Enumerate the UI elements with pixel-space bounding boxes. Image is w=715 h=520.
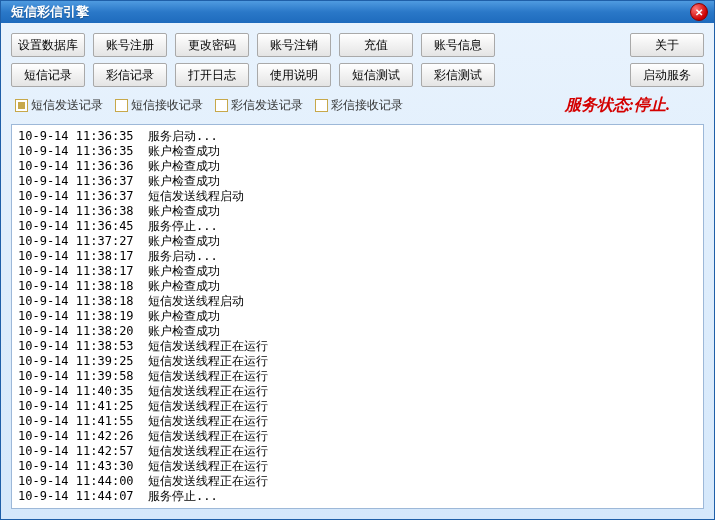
log-timestamp: 10-9-14 11:37:27 bbox=[18, 234, 134, 249]
log-line: 10-9-14 11:38:17 账户检查成功 bbox=[18, 264, 697, 279]
content-area: 设置数据库账号注册更改密码账号注销充值账号信息关于 短信记录彩信记录打开日志使用… bbox=[1, 23, 714, 519]
log-timestamp: 10-9-14 11:36:35 bbox=[18, 129, 134, 144]
log-line: 10-9-14 11:36:37 短信发送线程启动 bbox=[18, 189, 697, 204]
log-message: 短信发送线程正在运行 bbox=[134, 369, 268, 383]
log-line: 10-9-14 11:44:07 服务停止... bbox=[18, 489, 697, 504]
log-line: 10-9-14 11:38:18 短信发送线程启动 bbox=[18, 294, 697, 309]
log-output[interactable]: 10-9-14 11:36:35 服务启动...10-9-14 11:36:35… bbox=[11, 124, 704, 509]
mms-test-button[interactable]: 彩信测试 bbox=[421, 63, 495, 87]
log-line: 10-9-14 11:38:19 账户检查成功 bbox=[18, 309, 697, 324]
log-message: 服务启动... bbox=[134, 129, 218, 143]
log-line: 10-9-14 11:42:26 短信发送线程正在运行 bbox=[18, 429, 697, 444]
log-line: 10-9-14 11:39:58 短信发送线程正在运行 bbox=[18, 369, 697, 384]
log-line: 10-9-14 11:43:30 短信发送线程正在运行 bbox=[18, 459, 697, 474]
open-log-button[interactable]: 打开日志 bbox=[175, 63, 249, 87]
filter-label: 彩信接收记录 bbox=[331, 97, 403, 114]
filter-sms-recv[interactable]: 短信接收记录 bbox=[115, 97, 203, 114]
log-timestamp: 10-9-14 11:38:18 bbox=[18, 294, 134, 309]
checkbox-icon bbox=[115, 99, 128, 112]
filter-label: 短信发送记录 bbox=[31, 97, 103, 114]
log-line: 10-9-14 11:42:57 短信发送线程正在运行 bbox=[18, 444, 697, 459]
log-message: 服务停止... bbox=[134, 219, 218, 233]
service-status: 服务状态:停止. bbox=[565, 95, 670, 116]
usage-button[interactable]: 使用说明 bbox=[257, 63, 331, 87]
log-line: 10-9-14 11:38:17 服务启动... bbox=[18, 249, 697, 264]
log-message: 短信发送线程正在运行 bbox=[134, 459, 268, 473]
log-timestamp: 10-9-14 11:44:07 bbox=[18, 489, 134, 504]
log-message: 短信发送线程正在运行 bbox=[134, 444, 268, 458]
start-service-button[interactable]: 启动服务 bbox=[630, 63, 704, 87]
log-message: 短信发送线程正在运行 bbox=[134, 429, 268, 443]
log-message: 短信发送线程正在运行 bbox=[134, 474, 268, 488]
log-timestamp: 10-9-14 11:38:18 bbox=[18, 279, 134, 294]
log-message: 短信发送线程正在运行 bbox=[134, 399, 268, 413]
log-timestamp: 10-9-14 11:40:35 bbox=[18, 384, 134, 399]
close-button[interactable]: ✕ bbox=[690, 3, 708, 21]
log-timestamp: 10-9-14 11:39:25 bbox=[18, 354, 134, 369]
log-line: 10-9-14 11:36:35 账户检查成功 bbox=[18, 144, 697, 159]
filter-row: 短信发送记录短信接收记录彩信发送记录彩信接收记录服务状态:停止. bbox=[11, 93, 704, 118]
close-icon: ✕ bbox=[695, 7, 703, 18]
filter-label: 彩信发送记录 bbox=[231, 97, 303, 114]
log-line: 10-9-14 11:38:18 账户检查成功 bbox=[18, 279, 697, 294]
log-timestamp: 10-9-14 11:36:37 bbox=[18, 174, 134, 189]
log-message: 账户检查成功 bbox=[134, 324, 220, 338]
log-timestamp: 10-9-14 11:38:53 bbox=[18, 339, 134, 354]
log-line: 10-9-14 11:37:27 账户检查成功 bbox=[18, 234, 697, 249]
log-message: 短信发送线程启动 bbox=[134, 294, 244, 308]
log-line: 10-9-14 11:41:55 短信发送线程正在运行 bbox=[18, 414, 697, 429]
log-line: 10-9-14 11:40:35 短信发送线程正在运行 bbox=[18, 384, 697, 399]
log-timestamp: 10-9-14 11:36:36 bbox=[18, 159, 134, 174]
log-timestamp: 10-9-14 11:38:20 bbox=[18, 324, 134, 339]
mms-log-button[interactable]: 彩信记录 bbox=[93, 63, 167, 87]
log-timestamp: 10-9-14 11:38:19 bbox=[18, 309, 134, 324]
log-message: 服务停止... bbox=[134, 489, 218, 503]
log-timestamp: 10-9-14 11:41:55 bbox=[18, 414, 134, 429]
checkbox-icon bbox=[215, 99, 228, 112]
acct-reg-button[interactable]: 账号注册 bbox=[93, 33, 167, 57]
filter-label: 短信接收记录 bbox=[131, 97, 203, 114]
log-message: 短信发送线程正在运行 bbox=[134, 339, 268, 353]
log-timestamp: 10-9-14 11:41:25 bbox=[18, 399, 134, 414]
toolbar-row-2: 短信记录彩信记录打开日志使用说明短信测试彩信测试启动服务 bbox=[11, 63, 704, 87]
recharge-button[interactable]: 充值 bbox=[339, 33, 413, 57]
log-message: 短信发送线程正在运行 bbox=[134, 414, 268, 428]
acct-info-button[interactable]: 账号信息 bbox=[421, 33, 495, 57]
log-timestamp: 10-9-14 11:36:37 bbox=[18, 189, 134, 204]
log-timestamp: 10-9-14 11:36:35 bbox=[18, 144, 134, 159]
log-line: 10-9-14 11:44:00 短信发送线程正在运行 bbox=[18, 474, 697, 489]
log-message: 账户检查成功 bbox=[134, 204, 220, 218]
checkbox-icon bbox=[15, 99, 28, 112]
checkbox-icon bbox=[315, 99, 328, 112]
log-timestamp: 10-9-14 11:43:30 bbox=[18, 459, 134, 474]
acct-cancel-button[interactable]: 账号注销 bbox=[257, 33, 331, 57]
about-button[interactable]: 关于 bbox=[630, 33, 704, 57]
log-message: 短信发送线程启动 bbox=[134, 189, 244, 203]
log-line: 10-9-14 11:38:53 短信发送线程正在运行 bbox=[18, 339, 697, 354]
filter-sms-send[interactable]: 短信发送记录 bbox=[15, 97, 103, 114]
log-message: 账户检查成功 bbox=[134, 159, 220, 173]
filter-mms-recv[interactable]: 彩信接收记录 bbox=[315, 97, 403, 114]
log-message: 账户检查成功 bbox=[134, 264, 220, 278]
change-pwd-button[interactable]: 更改密码 bbox=[175, 33, 249, 57]
set-db-button[interactable]: 设置数据库 bbox=[11, 33, 85, 57]
log-line: 10-9-14 11:36:45 服务停止... bbox=[18, 219, 697, 234]
sms-log-button[interactable]: 短信记录 bbox=[11, 63, 85, 87]
log-timestamp: 10-9-14 11:36:38 bbox=[18, 204, 134, 219]
log-timestamp: 10-9-14 11:42:26 bbox=[18, 429, 134, 444]
log-timestamp: 10-9-14 11:36:45 bbox=[18, 219, 134, 234]
log-timestamp: 10-9-14 11:38:17 bbox=[18, 249, 134, 264]
log-message: 服务启动... bbox=[134, 249, 218, 263]
log-message: 账户检查成功 bbox=[134, 174, 220, 188]
log-timestamp: 10-9-14 11:44:00 bbox=[18, 474, 134, 489]
log-message: 账户检查成功 bbox=[134, 309, 220, 323]
filter-mms-send[interactable]: 彩信发送记录 bbox=[215, 97, 303, 114]
window-title: 短信彩信引擎 bbox=[7, 3, 89, 21]
toolbar-row-1: 设置数据库账号注册更改密码账号注销充值账号信息关于 bbox=[11, 33, 704, 57]
log-message: 账户检查成功 bbox=[134, 279, 220, 293]
sms-test-button[interactable]: 短信测试 bbox=[339, 63, 413, 87]
log-line: 10-9-14 11:36:35 服务启动... bbox=[18, 129, 697, 144]
log-line: 10-9-14 11:41:25 短信发送线程正在运行 bbox=[18, 399, 697, 414]
titlebar: 短信彩信引擎 ✕ bbox=[1, 1, 714, 23]
log-timestamp: 10-9-14 11:39:58 bbox=[18, 369, 134, 384]
